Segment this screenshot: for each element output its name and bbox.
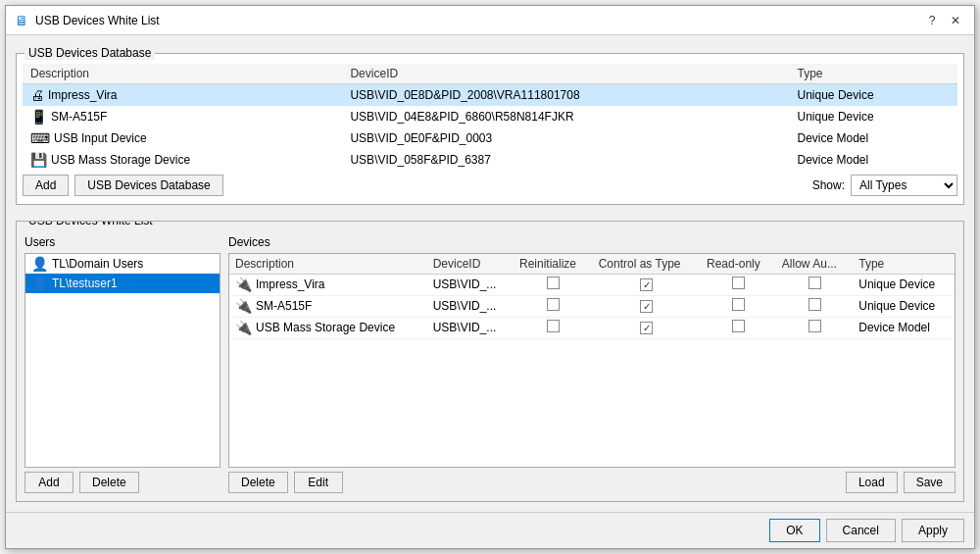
table-row: 📱 SM-A515F USB\VID_04E8&PID_6860\R58N814… [23,106,957,127]
control-checkbox-3[interactable] [640,322,653,334]
show-select[interactable]: All Types Unique Device Device Model [851,175,957,196]
dev-row2-reinit[interactable] [514,295,593,317]
db-col-type: Type [790,64,957,84]
readonly-checkbox-3[interactable] [732,320,745,332]
db-toolbar: Add USB Devices Database Show: All Types… [23,171,957,198]
help-button[interactable]: ? [921,10,943,31]
db-row-deviceid: USB\VID_0E0F&PID_0003 [342,127,789,149]
user-item-testuser1[interactable]: 👤 TL\testuser1 [25,274,220,293]
devices-btn-row: Delete Edit Load Save [228,472,956,493]
readonly-checkbox-1[interactable] [732,277,745,289]
users-delete-button[interactable]: Delete [79,472,139,493]
dev-row1-reinit[interactable] [514,274,593,295]
close-button[interactable]: ✕ [945,10,966,31]
dev-row2-control[interactable] [593,295,701,317]
apply-button[interactable]: Apply [902,519,964,542]
usb-db-icon: 💾 [30,152,47,168]
title-bar-controls: ? ✕ [921,10,966,31]
dev-col-allowau: Allow Au... [776,254,853,275]
cancel-button[interactable]: Cancel [826,519,896,542]
db-row-type: Unique Device [790,84,957,106]
devices-save-button[interactable]: Save [904,472,956,493]
reinit-checkbox-2[interactable] [547,298,560,311]
table-row: 🔌 SM-A515F USB\VID_... [229,295,955,317]
dev-row1-deviceid: USB\VID_... [427,274,514,295]
show-filter: Show: All Types Unique Device Device Mod… [812,175,957,196]
db-row-desc: 💾 USB Mass Storage Device [23,149,342,171]
dev-row1-readonly[interactable] [701,274,776,295]
db-table-container[interactable]: Description DeviceID Type 🖨 Impress_Vira… [23,64,957,171]
dev-row1-type: Unique Device [853,274,955,295]
reinit-checkbox-3[interactable] [547,320,560,332]
db-row-type: Unique Device [790,106,957,127]
devices-table: Description DeviceID Reinitialize Contro… [229,254,955,339]
db-col-desc: Description [23,64,342,84]
control-checkbox-1[interactable] [640,278,653,291]
dev-row1-control[interactable] [593,274,701,295]
dev-row3-type: Device Model [853,317,955,338]
user-domain-name: TL\Domain Users [52,257,143,271]
whitelist-label: USB Devices White List [24,221,157,227]
devices-load-button[interactable]: Load [846,472,898,493]
devices-panel: Devices Description DeviceID Reinitializ… [228,235,956,494]
db-row-desc: 📱 SM-A515F [23,106,342,127]
dev-row2-readonly[interactable] [701,295,776,317]
table-row: 🔌 Impress_Vira USB\VID_... [229,274,955,295]
dev-row1-allowau[interactable] [776,274,853,295]
dev-row2-deviceid: USB\VID_... [427,295,514,317]
devices-edit-button[interactable]: Edit [294,472,343,493]
devices-table-wrap[interactable]: Description DeviceID Reinitialize Contro… [228,253,956,469]
control-checkbox-2[interactable] [640,300,653,313]
db-row-deviceid: USB\VID_04E8&PID_6860\R58N814FJKR [342,106,789,127]
reinit-checkbox-1[interactable] [547,277,560,289]
users-list[interactable]: 👤 TL\Domain Users 👤 TL\testuser1 [24,253,220,469]
users-panel-label: Users [24,235,220,249]
user-testuser1-name: TL\testuser1 [52,277,118,290]
dialog-title: USB Devices White List [35,14,921,27]
user-testuser1-icon: 👤 [31,276,48,291]
users-panel: Users 👤 TL\Domain Users 👤 TL\testuser1 [24,235,220,494]
dev-col-reinit: Reinitialize [514,254,593,275]
readonly-checkbox-2[interactable] [732,298,745,311]
whitelist-section: USB Devices White List Users 👤 TL\Domain… [16,213,964,503]
dev-row2-allowau[interactable] [776,295,853,317]
allowau-checkbox-3[interactable] [808,320,821,332]
allowau-checkbox-2[interactable] [808,298,821,311]
bottom-panels: Users 👤 TL\Domain Users 👤 TL\testuser1 [24,235,956,494]
dev-row3-deviceid: USB\VID_... [427,317,514,338]
db-add-button[interactable]: Add [23,175,69,196]
ok-button[interactable]: OK [769,519,819,542]
usb-icon-3: 🔌 [235,320,252,335]
db-section-label: USB Devices Database [24,46,155,60]
table-row: 🖨 Impress_Vira USB\VID_0E8D&PID_2008\VRA… [23,84,957,106]
db-row-type: Device Model [790,149,957,171]
usb-icon-2: 🔌 [235,298,252,314]
users-add-button[interactable]: Add [24,472,74,493]
dialog-body: USB Devices Database Description DeviceI… [6,35,974,512]
allowau-checkbox-1[interactable] [808,277,821,289]
user-domain-icon: 👤 [31,256,48,272]
dev-col-control: Control as Type [593,254,701,275]
dev-row2-type: Unique Device [853,295,955,317]
user-item-domain[interactable]: 👤 TL\Domain Users [25,254,220,274]
db-row-deviceid: USB\VID_058F&PID_6387 [342,149,789,171]
dev-row3-reinit[interactable] [514,317,593,338]
usb-db-icon: 🖨 [30,87,44,103]
db-database-button[interactable]: USB Devices Database [74,175,222,196]
db-row-type: Device Model [790,127,957,149]
db-row-desc: 🖨 Impress_Vira [23,84,342,106]
db-row-deviceid: USB\VID_0E8D&PID_2008\VRA111801708 [342,84,789,106]
db-table: Description DeviceID Type 🖨 Impress_Vira… [23,64,957,171]
dev-row3-control[interactable] [593,317,701,338]
usb-db-icon: 📱 [30,109,47,125]
users-btn-row: Add Delete [24,472,220,493]
dialog-footer: OK Cancel Apply [6,512,974,548]
table-row: 🔌 USB Mass Storage Device USB\VID_... [229,317,955,338]
db-section: USB Devices Database Description DeviceI… [16,45,964,205]
usb-icon-1: 🔌 [235,277,252,292]
dev-row3-desc: 🔌 USB Mass Storage Device [229,317,427,338]
dialog-icon: 🖥 [14,13,29,28]
dev-row3-allowau[interactable] [776,317,853,338]
devices-delete-button[interactable]: Delete [228,472,288,493]
dev-row3-readonly[interactable] [701,317,776,338]
